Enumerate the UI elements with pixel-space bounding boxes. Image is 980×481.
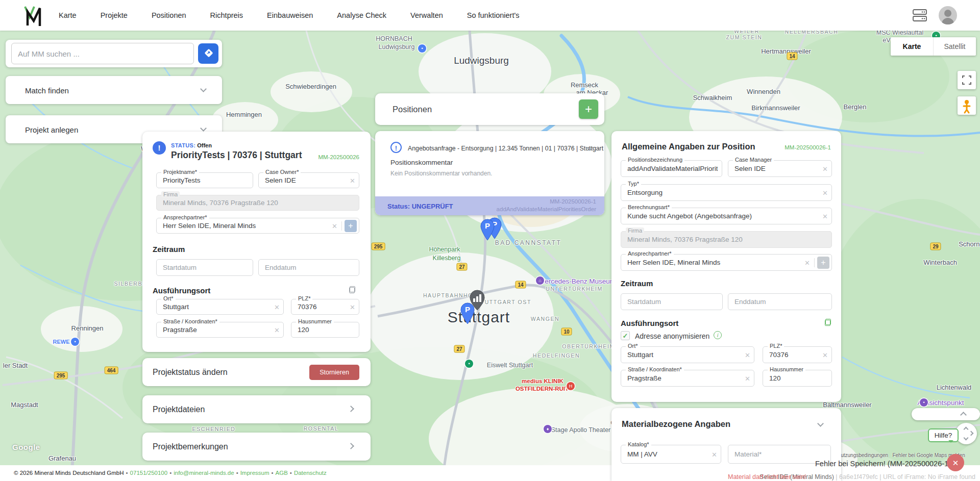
add-contact-button[interactable]: + <box>345 220 357 232</box>
clear-icon[interactable]: ✕ <box>350 176 355 184</box>
nav-item[interactable]: So funktioniert's <box>467 11 520 19</box>
plz-field: PLZ* ✕ <box>291 299 359 315</box>
nav-item[interactable]: Richtpreis <box>210 11 243 19</box>
impressum-link[interactable]: Impressum <box>240 470 270 476</box>
plz-input[interactable] <box>298 299 346 314</box>
poi-icon[interactable]: • <box>418 44 426 53</box>
detail-ansprechpartner-input[interactable] <box>627 255 799 270</box>
chevron-down-icon[interactable] <box>817 420 824 427</box>
clear-icon[interactable]: ✕ <box>822 189 828 196</box>
clear-icon[interactable]: ✕ <box>274 303 280 311</box>
clear-icon[interactable]: ✕ <box>332 222 337 230</box>
nav-item[interactable]: Positionen <box>152 11 186 19</box>
typ-input[interactable] <box>627 185 818 200</box>
user-avatar[interactable] <box>939 6 957 24</box>
poi-icon[interactable]: • <box>71 338 79 346</box>
detail-enddatum-input[interactable] <box>734 294 827 310</box>
poi-icon[interactable]: ⌂ <box>536 276 544 285</box>
clear-icon[interactable]: ✕ <box>745 351 750 359</box>
terms-link[interactable]: Nutzungsbedingungen <box>837 452 888 458</box>
ansprechpartner-field: Ansprechpartner* ✕ + <box>156 218 359 234</box>
poi-icon[interactable]: H <box>567 382 575 390</box>
nav-item[interactable]: Projekte <box>101 11 128 19</box>
pan-right-icon <box>969 431 974 436</box>
detail-startdatum-input[interactable] <box>627 294 718 310</box>
clear-icon[interactable]: ✕ <box>822 212 828 220</box>
ort-input[interactable] <box>163 299 270 314</box>
anonymize-checkbox[interactable]: ✓ <box>621 331 630 340</box>
hausnummer-input[interactable] <box>298 322 355 337</box>
toast-close-button[interactable]: ✕ <box>947 454 964 471</box>
clear-icon[interactable]: ✕ <box>712 450 717 458</box>
positionsbezeichnung-input[interactable] <box>627 161 718 176</box>
scroll-up-pill[interactable] <box>912 408 980 420</box>
stornieren-button[interactable]: Stornieren <box>309 365 359 380</box>
map-type-satellit[interactable]: Satellit <box>934 37 976 56</box>
berechnungsart-input[interactable] <box>627 208 818 224</box>
map-type-karte[interactable]: Karte <box>891 37 934 56</box>
email-link[interactable]: info@mineral-minds.de <box>174 470 234 476</box>
clear-icon[interactable]: ✕ <box>274 326 280 334</box>
position-status-label: Status: UNGEPRÜFT <box>387 202 453 210</box>
search-input[interactable] <box>11 43 194 64</box>
detail-strasse-label: Straße / Koordinaten* <box>626 366 684 372</box>
phone-link[interactable]: 07151/250100 <box>130 470 168 476</box>
poi-icon[interactable]: • <box>920 398 928 407</box>
detail-ort-input[interactable] <box>627 347 741 363</box>
datenschutz-link[interactable]: Datenschutz <box>294 470 327 476</box>
nav-item[interactable]: Verwalten <box>410 11 443 19</box>
map-pin-parking-badcannstatt[interactable]: P <box>479 218 496 243</box>
project-status-icon: ! <box>153 141 166 155</box>
project-id-badge: MM-202500026 <box>318 154 359 160</box>
katalog-input[interactable] <box>627 445 707 463</box>
nav-item[interactable]: Analyse Check <box>337 11 386 19</box>
mineral-minds-logo[interactable] <box>21 4 44 27</box>
add-contact-button[interactable]: + <box>817 257 829 269</box>
clear-icon[interactable]: ✕ <box>822 165 828 172</box>
map-type-toggle: Karte Satellit <box>891 37 976 56</box>
search-directions-button[interactable] <box>198 43 218 64</box>
nav-item[interactable]: Karte <box>59 11 77 19</box>
nav-menu: KarteProjektePositionenRichtpreisEinbauw… <box>59 11 519 19</box>
poi-icon[interactable]: ♦ <box>544 425 552 433</box>
clear-icon[interactable]: ✕ <box>804 259 810 266</box>
enddatum-field <box>258 259 359 276</box>
agb-link[interactable]: AGB <box>276 470 288 476</box>
pegman-button[interactable] <box>958 96 976 115</box>
clear-icon[interactable]: ✕ <box>822 351 828 359</box>
case-manager-input[interactable] <box>734 161 818 176</box>
clear-icon[interactable]: ✕ <box>745 374 750 382</box>
match-finden-panel[interactable]: Match finden <box>6 76 222 104</box>
plz-label: PLZ* <box>296 295 312 301</box>
nav-item[interactable]: Einbauweisen <box>267 11 313 19</box>
detail-hausnummer-input[interactable] <box>769 370 827 386</box>
detail-hausnummer-field: Hausnummer <box>763 370 832 387</box>
ansprechpartner-input[interactable] <box>163 218 326 233</box>
strasse-label: Straße / Koordinaten* <box>161 318 219 324</box>
help-button[interactable]: Hilfe? <box>928 428 959 442</box>
copy-icon[interactable] <box>349 286 355 293</box>
enddatum-input[interactable] <box>265 260 355 275</box>
info-icon[interactable]: i <box>714 331 722 339</box>
pan-control[interactable] <box>955 423 977 444</box>
strasse-input[interactable] <box>163 322 270 337</box>
copy-icon[interactable] <box>825 319 831 326</box>
startdatum-input[interactable] <box>163 260 249 275</box>
strasse-field: Straße / Koordinaten* ✕ <box>156 322 284 338</box>
detail-plz-input[interactable] <box>769 347 818 363</box>
detail-firma-field: Firma <box>621 231 832 248</box>
map-pin-parking-stuttgart[interactable]: P <box>459 301 476 327</box>
material-input[interactable] <box>734 445 826 463</box>
projektname-input[interactable] <box>163 173 249 188</box>
case-owner-input[interactable] <box>265 173 346 188</box>
project-title: PriorityTests | 70376 | Stuttgart <box>171 150 302 161</box>
projektname-label: Projektname* <box>161 169 199 175</box>
projektdateien-card[interactable]: Projektdateien <box>142 395 371 423</box>
server-list-icon[interactable] <box>912 8 927 22</box>
detail-strasse-input[interactable] <box>627 370 741 386</box>
clear-icon[interactable]: ✕ <box>350 303 355 311</box>
poi-icon[interactable]: • <box>465 360 473 368</box>
projektbemerkungen-card[interactable]: Projektbemerkungen <box>142 433 371 461</box>
add-position-button[interactable]: + <box>579 99 598 119</box>
fullscreen-button[interactable] <box>958 71 976 89</box>
